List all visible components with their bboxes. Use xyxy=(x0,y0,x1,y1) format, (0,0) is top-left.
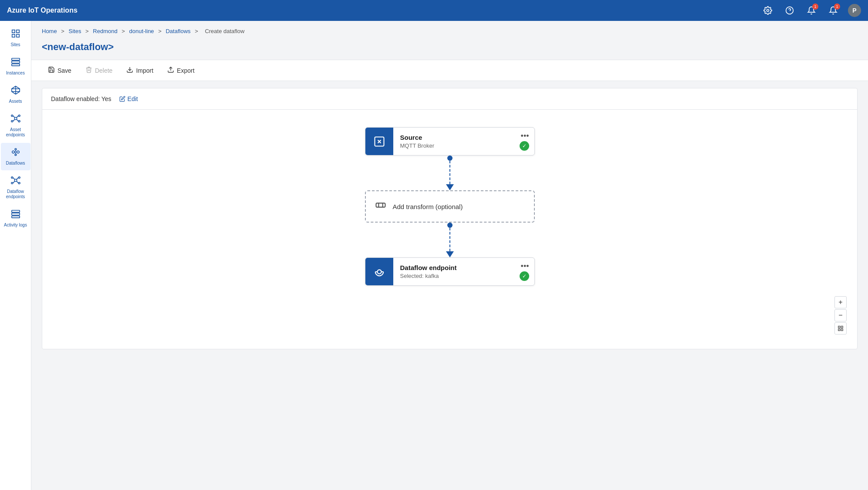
svg-rect-45 xyxy=(376,203,385,207)
page-title: <new-dataflow> xyxy=(31,38,868,60)
svg-point-25 xyxy=(15,149,17,150)
edit-button[interactable]: Edit xyxy=(117,95,141,103)
dataflow-endpoints-icon xyxy=(11,176,20,187)
zoom-in-button[interactable]: + xyxy=(834,296,847,308)
svg-rect-3 xyxy=(12,30,14,33)
source-node-check: ✓ xyxy=(520,141,529,151)
zoom-fit-button[interactable] xyxy=(834,322,847,335)
zoom-out-button[interactable]: − xyxy=(834,309,847,321)
destination-node-more[interactable]: ••• xyxy=(521,262,529,270)
svg-rect-41 xyxy=(11,216,19,218)
assets-icon xyxy=(11,85,20,97)
activity-logs-label: Activity logs xyxy=(4,223,27,228)
sidebar-item-sites[interactable]: Sites xyxy=(1,24,30,52)
save-icon xyxy=(48,66,55,74)
svg-point-48 xyxy=(377,270,381,274)
svg-point-15 xyxy=(11,115,13,117)
dataflows-icon xyxy=(11,147,20,159)
import-icon xyxy=(126,66,133,74)
user-avatar[interactable]: P xyxy=(848,4,861,17)
sidebar-item-instances[interactable]: Instances xyxy=(1,53,30,80)
destination-node-subtitle: Selected: kafka xyxy=(400,273,527,279)
sidebar-item-dataflows[interactable]: Dataflows xyxy=(1,143,30,170)
sidebar-item-asset-endpoints[interactable]: Asset endpoints xyxy=(1,109,30,142)
svg-rect-52 xyxy=(841,329,843,331)
connector-dot-1 xyxy=(447,155,453,161)
sidebar-item-dataflow-endpoints[interactable]: Dataflow endpoints xyxy=(1,171,30,204)
svg-line-37 xyxy=(13,181,15,183)
breadcrumb-dataflows[interactable]: Dataflows xyxy=(165,28,190,34)
destination-node-check: ✓ xyxy=(520,271,529,281)
breadcrumb-donut-line[interactable]: donut-line xyxy=(129,28,154,34)
breadcrumb-sep5: > xyxy=(195,28,198,34)
delete-label: Delete xyxy=(95,67,112,74)
breadcrumb-redmond[interactable]: Redmond xyxy=(93,28,117,34)
svg-rect-9 xyxy=(11,64,19,66)
svg-point-24 xyxy=(17,151,19,153)
svg-rect-50 xyxy=(841,326,843,328)
connector-arrow-2 xyxy=(446,251,454,257)
svg-rect-6 xyxy=(16,34,19,37)
breadcrumb-home[interactable]: Home xyxy=(42,28,57,34)
sites-icon xyxy=(11,29,20,41)
connector-1 xyxy=(446,155,454,190)
settings-icon-btn[interactable] xyxy=(761,3,775,17)
asset-endpoints-label: Asset endpoints xyxy=(3,127,29,138)
export-button[interactable]: Export xyxy=(161,64,200,77)
connector-2 xyxy=(446,223,454,257)
svg-rect-5 xyxy=(12,34,14,37)
dataflow-endpoints-label: Dataflow endpoints xyxy=(3,189,29,199)
zoom-controls: + − xyxy=(834,296,847,335)
notifications2-btn[interactable]: 1 xyxy=(826,3,840,17)
activity-logs-icon xyxy=(11,209,20,221)
svg-line-22 xyxy=(16,119,18,122)
breadcrumb-sep2: > xyxy=(85,28,89,34)
import-label: Import xyxy=(136,67,153,74)
save-button[interactable]: Save xyxy=(42,64,78,77)
app-title: Azure IoT Operations xyxy=(7,7,78,14)
delete-icon xyxy=(85,66,92,74)
edit-label: Edit xyxy=(128,95,138,102)
destination-node-content: Dataflow endpoint Selected: kafka xyxy=(393,258,534,285)
asset-endpoints-icon xyxy=(11,114,20,125)
svg-point-33 xyxy=(11,182,13,184)
dataflows-label: Dataflows xyxy=(6,161,25,166)
notification2-badge: 1 xyxy=(834,3,840,10)
source-node[interactable]: Source MQTT Broker ••• ✓ xyxy=(365,127,535,155)
breadcrumb-sites[interactable]: Sites xyxy=(69,28,81,34)
svg-line-35 xyxy=(13,178,15,180)
svg-rect-7 xyxy=(11,58,19,61)
delete-button[interactable]: Delete xyxy=(79,64,118,77)
sidebar-item-activity-logs[interactable]: Activity logs xyxy=(1,205,30,232)
sidebar: Sites Instances Assets xyxy=(0,21,31,490)
import-button[interactable]: Import xyxy=(120,64,159,77)
breadcrumb: Home > Sites > Redmond > donut-line > Da… xyxy=(31,21,868,38)
transform-node[interactable]: Add transform (optional) xyxy=(365,190,535,223)
notifications1-btn[interactable]: 1 xyxy=(804,3,818,17)
notification1-badge: 1 xyxy=(812,3,818,10)
connector-arrow-1 xyxy=(446,184,454,190)
help-icon-btn[interactable] xyxy=(783,3,797,17)
transform-label: Add transform (optional) xyxy=(393,203,463,210)
flow-canvas: Source MQTT Broker ••• ✓ xyxy=(42,110,857,345)
source-node-more[interactable]: ••• xyxy=(521,132,529,140)
sidebar-item-assets[interactable]: Assets xyxy=(1,81,30,108)
source-node-content: Source MQTT Broker xyxy=(393,128,534,155)
instances-label: Instances xyxy=(6,71,25,76)
svg-rect-40 xyxy=(11,213,19,215)
source-node-subtitle: MQTT Broker xyxy=(400,142,527,149)
destination-node-title: Dataflow endpoint xyxy=(400,264,527,271)
main-layout: Sites Instances Assets xyxy=(0,21,868,490)
svg-point-18 xyxy=(18,121,20,122)
content-area: Home > Sites > Redmond > donut-line > Da… xyxy=(31,21,868,490)
destination-node[interactable]: Dataflow endpoint Selected: kafka ••• ✓ xyxy=(365,257,535,286)
breadcrumb-sep4: > xyxy=(158,28,162,34)
export-label: Export xyxy=(177,67,194,74)
svg-rect-39 xyxy=(11,210,19,213)
svg-point-16 xyxy=(18,115,20,117)
source-node-title: Source xyxy=(400,134,527,141)
svg-rect-4 xyxy=(16,30,19,33)
svg-line-36 xyxy=(16,178,18,180)
svg-point-32 xyxy=(18,177,20,179)
topbar: Azure IoT Operations 1 xyxy=(0,0,868,21)
